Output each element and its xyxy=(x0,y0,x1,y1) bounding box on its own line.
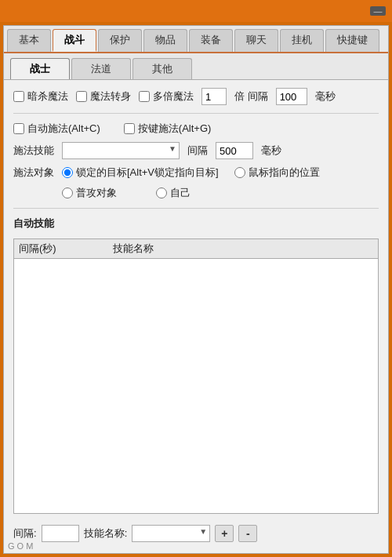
radio-mouse-pos-label: 鼠标指向的位置 xyxy=(249,166,320,180)
tab-basic[interactable]: 基本 xyxy=(7,29,51,52)
divider-2 xyxy=(13,208,379,209)
sub-tab-bar: 战士 法道 其他 xyxy=(4,53,388,80)
multi-magic-value-input[interactable] xyxy=(201,88,227,105)
tab-chat[interactable]: 聊天 xyxy=(234,29,278,52)
subtab-mage[interactable]: 法道 xyxy=(71,58,131,79)
checkbox-auto-cast-input[interactable] xyxy=(13,123,24,134)
skill-dropdown-wrap xyxy=(62,142,180,159)
auto-skill-title: 自动技能 xyxy=(13,217,379,231)
title-bar: — xyxy=(0,0,392,22)
bottom-interval-input[interactable] xyxy=(42,525,79,542)
checkbox-key-cast-input[interactable] xyxy=(124,123,135,134)
radio-normal-attack-label: 普攻对象 xyxy=(76,186,117,200)
multi-magic-interval-input[interactable] xyxy=(276,88,307,105)
checkbox-magic-transform[interactable]: 魔法转身 xyxy=(76,89,131,104)
checkbox-multi-magic-label: 多倍魔法 xyxy=(153,89,194,104)
skill-table-header: 间隔(秒) 技能名称 xyxy=(14,239,378,259)
checkbox-multi-magic[interactable]: 多倍魔法 xyxy=(139,89,194,104)
tab-equip[interactable]: 装备 xyxy=(189,29,233,52)
checkbox-dark-magic-label: 暗杀魔法 xyxy=(27,89,68,104)
checkbox-auto-cast[interactable]: 自动施法(Alt+C) xyxy=(13,122,100,136)
minimize-icon: — xyxy=(370,6,386,16)
interval-label-2: 间隔 xyxy=(187,144,208,158)
target-label: 施法对象 xyxy=(13,166,54,180)
checkbox-multi-magic-input[interactable] xyxy=(139,91,150,102)
radio-self[interactable]: 自己 xyxy=(156,186,191,200)
radio-lock-target-input[interactable] xyxy=(62,167,73,178)
row-cast-checkboxes: 自动施法(Alt+C) 按键施法(Alt+G) xyxy=(13,122,379,136)
skill-table-col2: 技能名称 xyxy=(113,242,373,256)
tab-protect[interactable]: 保护 xyxy=(98,29,142,52)
tab-idle[interactable]: 挂机 xyxy=(280,29,324,52)
skill-dropdown[interactable] xyxy=(62,142,180,159)
main-window: 基本 战斗 保护 物品 装备 聊天 挂机 快捷键 战士 法道 其他 暗杀魔法 魔… xyxy=(3,25,389,554)
radio-lock-target[interactable]: 锁定的目标[Alt+V锁定指向目标] xyxy=(62,166,219,180)
checkbox-magic-transform-input[interactable] xyxy=(76,91,87,102)
checkbox-dark-magic[interactable]: 暗杀魔法 xyxy=(13,89,68,104)
bottom-skill-dropdown-wrap xyxy=(132,525,210,542)
ms-label-2: 毫秒 xyxy=(261,144,281,158)
interval-value-input[interactable] xyxy=(216,142,253,159)
row-skill-interval: 施法技能 间隔 毫秒 xyxy=(13,142,379,159)
radio-self-label: 自己 xyxy=(170,186,191,200)
skill-table: 间隔(秒) 技能名称 xyxy=(13,238,379,514)
interval-label-3: 间隔: xyxy=(13,526,37,541)
panel-body: 暗杀魔法 魔法转身 多倍魔法 倍 间隔 毫秒 自动施法(Alt+C) xyxy=(4,80,388,553)
skill-table-col1: 间隔(秒) xyxy=(19,242,113,256)
checkbox-magic-transform-label: 魔法转身 xyxy=(90,89,131,104)
top-tab-bar: 基本 战斗 保护 物品 装备 聊天 挂机 快捷键 xyxy=(4,26,388,53)
radio-normal-attack[interactable]: 普攻对象 xyxy=(62,186,117,200)
subtab-warrior[interactable]: 战士 xyxy=(10,58,70,79)
bottom-bar: 间隔: 技能名称: + - xyxy=(13,525,379,545)
row-checkboxes-1: 暗杀魔法 魔法转身 多倍魔法 倍 间隔 毫秒 xyxy=(13,88,379,105)
footer-label: G O M xyxy=(8,541,33,551)
radio-mouse-pos-input[interactable] xyxy=(234,167,245,178)
minimize-button[interactable]: — xyxy=(370,6,386,16)
add-skill-button[interactable]: + xyxy=(215,525,234,542)
radio-lock-target-label: 锁定的目标[Alt+V锁定指向目标] xyxy=(76,166,219,180)
ms-label-1: 毫秒 xyxy=(315,89,336,104)
tab-combat[interactable]: 战斗 xyxy=(53,29,96,52)
checkbox-auto-cast-label: 自动施法(Alt+C) xyxy=(27,122,100,136)
remove-skill-button[interactable]: - xyxy=(238,525,257,542)
skill-table-body[interactable] xyxy=(14,259,378,513)
checkbox-key-cast[interactable]: 按键施法(Alt+G) xyxy=(124,122,212,136)
multi-magic-unit-label: 倍 间隔 xyxy=(234,89,268,104)
radio-normal-attack-input[interactable] xyxy=(62,187,73,198)
tab-items[interactable]: 物品 xyxy=(143,29,187,52)
row-target-2: 普攻对象 自己 xyxy=(13,186,379,200)
subtab-other[interactable]: 其他 xyxy=(132,58,192,79)
skill-name-label: 技能名称: xyxy=(84,526,128,541)
skill-label: 施法技能 xyxy=(13,144,54,158)
row-target: 施法对象 锁定的目标[Alt+V锁定指向目标] 鼠标指向的位置 xyxy=(13,166,379,180)
radio-self-input[interactable] xyxy=(156,187,167,198)
checkbox-dark-magic-input[interactable] xyxy=(13,91,24,102)
tab-shortcuts[interactable]: 快捷键 xyxy=(325,29,379,52)
divider-1 xyxy=(13,113,379,114)
radio-mouse-pos[interactable]: 鼠标指向的位置 xyxy=(234,166,320,180)
checkbox-key-cast-label: 按键施法(Alt+G) xyxy=(138,122,212,136)
bottom-skill-dropdown[interactable] xyxy=(132,525,210,542)
